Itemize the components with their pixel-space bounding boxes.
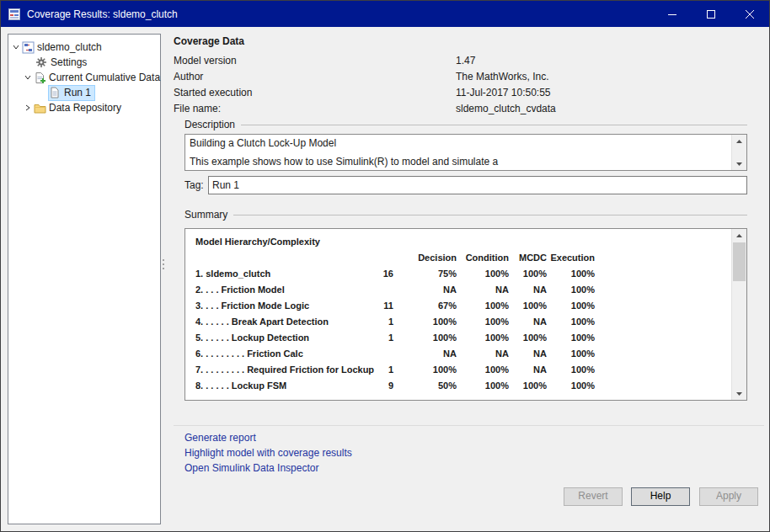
run-icon bbox=[49, 87, 63, 98]
description-line: Building a Clutch Lock-Up Model bbox=[190, 137, 336, 149]
description-scrollbar[interactable] bbox=[731, 135, 746, 170]
field-label: Author bbox=[174, 71, 203, 82]
group-divider bbox=[241, 125, 747, 125]
help-button[interactable]: Help bbox=[631, 487, 690, 506]
column-header: Decision bbox=[393, 249, 457, 265]
maximize-icon bbox=[707, 10, 715, 19]
tag-label: Tag: bbox=[184, 179, 204, 191]
minimize-button[interactable] bbox=[653, 1, 692, 27]
tree-item-run-1[interactable]: Run 1 bbox=[8, 85, 160, 100]
coverage-summary-table: Decision Condition MCDC Execution 1. sld… bbox=[185, 249, 732, 393]
description-line: This example shows how to use Simulink(R… bbox=[190, 156, 498, 168]
cumulative-data-icon bbox=[34, 72, 48, 84]
tree-item-label: Run 1 bbox=[63, 87, 91, 98]
field-model-version: Model version 1.47 bbox=[174, 55, 237, 67]
app-icon bbox=[8, 8, 21, 21]
titlebar: Coverage Results: sldemo_clutch bbox=[1, 1, 769, 27]
field-value: The MathWorks, Inc. bbox=[456, 71, 548, 82]
tree-item-settings[interactable]: Settings bbox=[8, 55, 160, 70]
tree-item-label: Data Repository bbox=[48, 102, 121, 114]
model-tree-panel: sldemo_clutch Settings bbox=[8, 34, 161, 524]
group-divider bbox=[233, 215, 747, 215]
selected-tree-item[interactable]: Run 1 bbox=[49, 86, 94, 100]
table-row: 2. . . . Friction Model NA NA NA 100% bbox=[185, 281, 732, 297]
field-value: sldemo_clutch_cvdata bbox=[456, 103, 556, 114]
column-header: MCDC bbox=[509, 249, 547, 265]
field-file-name: File name: sldemo_clutch_cvdata bbox=[174, 103, 221, 115]
description-group-header: Description bbox=[184, 119, 747, 130]
scroll-up-icon[interactable] bbox=[732, 229, 746, 242]
section-heading: Coverage Data bbox=[174, 35, 244, 47]
splitter-grip-icon bbox=[163, 259, 164, 269]
field-value: 11-Jul-2017 10:50:55 bbox=[456, 87, 551, 98]
tree-item-label: Settings bbox=[50, 56, 87, 68]
coverage-results-window: Coverage Results: sldemo_clutch bbox=[0, 0, 770, 532]
model-icon bbox=[22, 41, 36, 54]
window-title: Coverage Results: sldemo_clutch bbox=[27, 8, 653, 20]
table-row: 3. . . . Friction Mode Logic 11 67% 100%… bbox=[185, 297, 732, 313]
scroll-up-icon[interactable] bbox=[732, 135, 746, 147]
coverage-data-panel: Coverage Data Model version 1.47 Author … bbox=[174, 34, 764, 524]
table-row: 1. sldemo_clutch 16 75% 100% 100% 100% bbox=[185, 265, 732, 281]
table-row: 4. . . . . . Break Apart Detection 1 100… bbox=[185, 313, 732, 329]
tree-item-data-repository[interactable]: Data Repository bbox=[8, 100, 160, 115]
table-row: 6. . . . . . . . . Friction Calc NA NA N… bbox=[185, 345, 732, 361]
description-textarea[interactable]: Building a Clutch Lock-Up Model This exa… bbox=[184, 134, 747, 171]
summary-group-header: Summary bbox=[184, 209, 747, 221]
table-row: 8. . . . . . Lockup FSM 9 50% 100% 100% … bbox=[185, 377, 732, 393]
scrollbar-thumb[interactable] bbox=[733, 242, 746, 281]
revert-button[interactable]: Revert bbox=[564, 487, 623, 506]
field-author: Author The MathWorks, Inc. bbox=[174, 71, 203, 83]
description-label: Description bbox=[184, 119, 235, 130]
field-value: 1.47 bbox=[456, 55, 475, 66]
column-header: Condition bbox=[457, 249, 509, 265]
field-label: Model version bbox=[174, 55, 237, 66]
table-row: 5. . . . . . Lockup Detection 1 100% 100… bbox=[185, 329, 732, 345]
section-divider bbox=[174, 425, 764, 426]
apply-button[interactable]: Apply bbox=[699, 487, 758, 506]
field-started-execution: Started execution 11-Jul-2017 10:50:55 bbox=[174, 87, 252, 99]
tree-item-label: sldemo_clutch bbox=[36, 41, 102, 53]
field-label: File name: bbox=[174, 103, 221, 114]
folder-icon bbox=[34, 103, 48, 114]
open-data-inspector-link[interactable]: Open Simulink Data Inspector bbox=[184, 462, 318, 474]
scroll-down-icon[interactable] bbox=[732, 157, 746, 170]
summary-label: Summary bbox=[184, 209, 227, 221]
highlight-model-link[interactable]: Highlight model with coverage results bbox=[184, 447, 352, 459]
column-header: Execution bbox=[547, 249, 595, 265]
table-row: 7. . . . . . . . . Required Friction for… bbox=[185, 361, 732, 377]
tree-item-sldemo-clutch[interactable]: sldemo_clutch bbox=[8, 40, 160, 55]
table-header-row: Decision Condition MCDC Execution bbox=[185, 249, 732, 265]
gear-icon bbox=[35, 56, 50, 68]
chevron-right-icon[interactable] bbox=[22, 104, 34, 112]
generate-report-link[interactable]: Generate report bbox=[184, 432, 256, 444]
tree-item-current-cumulative-data[interactable]: Current Cumulative Data bbox=[8, 70, 160, 85]
chevron-down-icon[interactable] bbox=[22, 73, 34, 82]
field-label: Started execution bbox=[174, 87, 252, 98]
scroll-down-icon[interactable] bbox=[732, 387, 746, 400]
summary-scrollbar[interactable] bbox=[731, 229, 746, 400]
tag-input[interactable] bbox=[208, 176, 747, 194]
panel-splitter[interactable] bbox=[162, 34, 172, 524]
chevron-down-icon[interactable] bbox=[10, 43, 22, 51]
summary-table-panel: Model Hierarchy/Complexity Decision Cond… bbox=[184, 228, 747, 401]
close-icon bbox=[746, 10, 754, 19]
maximize-button[interactable] bbox=[692, 1, 730, 27]
summary-table-title: Model Hierarchy/Complexity bbox=[185, 229, 732, 247]
close-button[interactable] bbox=[730, 1, 769, 27]
minimize-icon bbox=[668, 10, 676, 19]
tree-item-label: Current Cumulative Data bbox=[48, 72, 160, 83]
